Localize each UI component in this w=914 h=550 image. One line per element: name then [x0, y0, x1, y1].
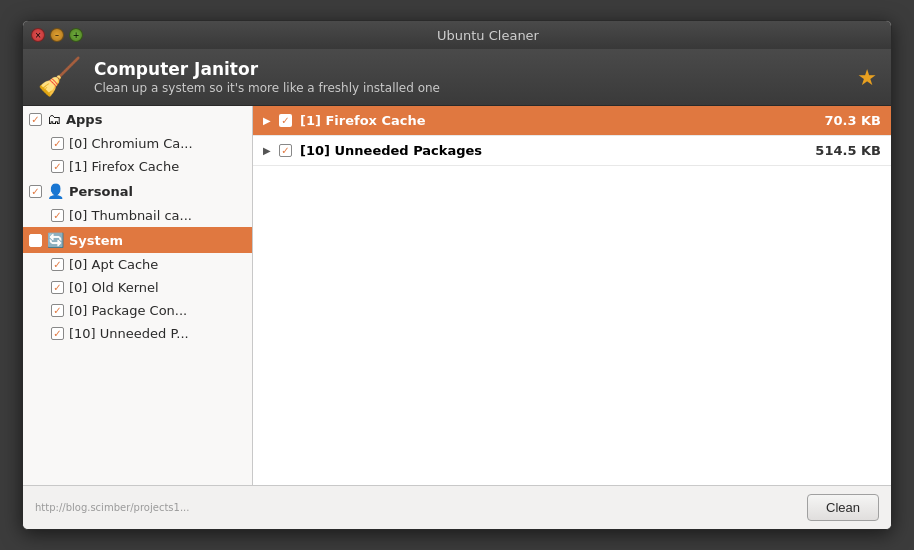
minimize-button[interactable]: – — [50, 28, 64, 42]
chromium-label: [0] Chromium Ca... — [69, 136, 193, 151]
detail-panel: ▶ [1] Firefox Cache 70.3 KB ▶ [10] Unnee… — [253, 106, 891, 485]
thumbnail-checkbox[interactable] — [51, 209, 64, 222]
footer: http://blog.scimber/projects1... Clean — [23, 485, 891, 529]
app-subtitle: Clean up a system so it's more like a fr… — [94, 81, 440, 95]
detail-unneeded-checkbox[interactable] — [279, 144, 292, 157]
main-window: × – + Ubuntu Cleaner 🧹 Computer Janitor … — [22, 20, 892, 530]
personal-label: Personal — [69, 184, 133, 199]
titlebar: × – + Ubuntu Cleaner — [23, 21, 891, 49]
firefox-label: [1] Firefox Cache — [69, 159, 179, 174]
header-text: Computer Janitor Clean up a system so it… — [94, 59, 440, 95]
window-controls: × – + — [31, 28, 83, 42]
unneeded-label: [10] Unneeded P... — [69, 326, 189, 341]
detail-firefox-label: [1] Firefox Cache — [300, 113, 824, 128]
star-icon[interactable]: ★ — [857, 65, 877, 90]
sidebar-item-old-kernel[interactable]: [0] Old Kernel — [23, 276, 252, 299]
sidebar-item-unneeded[interactable]: [10] Unneeded P... — [23, 322, 252, 345]
apps-checkbox[interactable] — [29, 113, 42, 126]
app-title: Computer Janitor — [94, 59, 440, 79]
sidebar-item-thumbnail[interactable]: [0] Thumbnail ca... — [23, 204, 252, 227]
kernel-label: [0] Old Kernel — [69, 280, 159, 295]
detail-firefox-checkbox[interactable] — [279, 114, 292, 127]
firefox-checkbox[interactable] — [51, 160, 64, 173]
sidebar-item-apt[interactable]: [0] Apt Cache — [23, 253, 252, 276]
detail-unneeded-packages[interactable]: ▶ [10] Unneeded Packages 514.5 KB — [253, 136, 891, 166]
expand-arrow-unneeded[interactable]: ▶ — [263, 145, 279, 156]
unneeded-checkbox[interactable] — [51, 327, 64, 340]
system-icon: 🔄 — [47, 232, 64, 248]
detail-firefox-cache[interactable]: ▶ [1] Firefox Cache 70.3 KB — [253, 106, 891, 136]
expand-arrow-firefox[interactable]: ▶ — [263, 115, 279, 126]
sidebar-item-apps[interactable]: 🗂 Apps — [23, 106, 252, 132]
clean-button[interactable]: Clean — [807, 494, 879, 521]
detail-firefox-size: 70.3 KB — [824, 113, 881, 128]
app-header: 🧹 Computer Janitor Clean up a system so … — [23, 49, 891, 106]
thumbnail-label: [0] Thumbnail ca... — [69, 208, 192, 223]
personal-icon: 👤 — [47, 183, 64, 199]
apt-label: [0] Apt Cache — [69, 257, 158, 272]
kernel-checkbox[interactable] — [51, 281, 64, 294]
sidebar-item-system[interactable]: 🔄 System — [23, 227, 252, 253]
sidebar-item-personal[interactable]: 👤 Personal — [23, 178, 252, 204]
footer-url: http://blog.scimber/projects1... — [35, 502, 189, 513]
sidebar-item-firefox[interactable]: [1] Firefox Cache — [23, 155, 252, 178]
detail-unneeded-size: 514.5 KB — [815, 143, 881, 158]
window-title: Ubuntu Cleaner — [93, 28, 883, 43]
system-label: System — [69, 233, 123, 248]
sidebar: 🗂 Apps [0] Chromium Ca... [1] Firefox Ca… — [23, 106, 253, 485]
main-content: 🗂 Apps [0] Chromium Ca... [1] Firefox Ca… — [23, 106, 891, 485]
packagecon-checkbox[interactable] — [51, 304, 64, 317]
chromium-checkbox[interactable] — [51, 137, 64, 150]
close-button[interactable]: × — [31, 28, 45, 42]
detail-unneeded-label: [10] Unneeded Packages — [300, 143, 815, 158]
personal-checkbox[interactable] — [29, 185, 42, 198]
broom-icon: 🧹 — [37, 59, 82, 95]
sidebar-item-chromium[interactable]: [0] Chromium Ca... — [23, 132, 252, 155]
maximize-button[interactable]: + — [69, 28, 83, 42]
apt-checkbox[interactable] — [51, 258, 64, 271]
sidebar-item-package-con[interactable]: [0] Package Con... — [23, 299, 252, 322]
packagecon-label: [0] Package Con... — [69, 303, 187, 318]
apps-icon: 🗂 — [47, 111, 61, 127]
system-checkbox[interactable] — [29, 234, 42, 247]
apps-label: Apps — [66, 112, 102, 127]
